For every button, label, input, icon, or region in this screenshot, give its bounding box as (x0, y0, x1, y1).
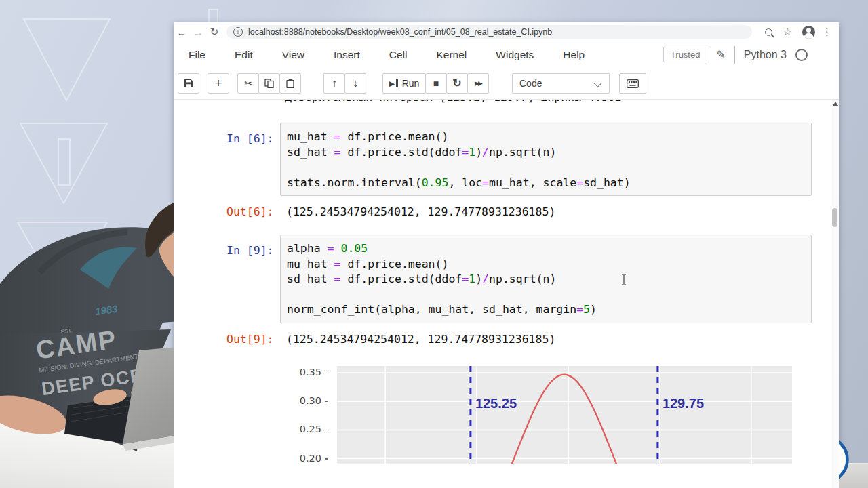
add-cell-button[interactable]: + (208, 73, 229, 94)
code-token: = (328, 242, 334, 255)
restart-icon: ↻ (452, 78, 461, 89)
code-token: 5 (583, 303, 590, 316)
y-tick-label: 0.35 (298, 367, 328, 378)
plus-icon: + (215, 77, 222, 89)
code-token: mu_hat (287, 258, 334, 270)
menu-kernel[interactable]: Kernel (437, 49, 467, 61)
code-token: ) (475, 146, 482, 159)
save-button[interactable] (178, 73, 199, 94)
output-plot: 0.350.300.250.20 125.25129.75 (298, 366, 800, 468)
code-line: sd_hat = df.price.std(ddof=1)/np.sqrt(n) (287, 145, 811, 161)
clipped-output-line: Доверительный интервал [125.2, 129.7] ши… (285, 99, 622, 106)
run-button[interactable]: ▶ Run (382, 73, 426, 94)
scrollbar-track[interactable] (831, 99, 839, 488)
menu-edit[interactable]: Edit (235, 49, 253, 61)
menu-widgets[interactable]: Widgets (496, 49, 534, 61)
ci-bound-label: 129.75 (663, 396, 704, 411)
paste-icon (285, 79, 295, 88)
y-tick-label: 0.25 (298, 424, 328, 434)
code-token: = (334, 130, 341, 143)
code-line (287, 287, 811, 303)
code-token (334, 242, 341, 255)
arrow-down-icon: ↓ (353, 78, 358, 89)
cell-input-prompt: In [9]: (226, 243, 274, 259)
notebook-content[interactable]: Доверительный интервал [125.2, 129.7] ши… (174, 99, 839, 488)
code-line (287, 160, 811, 176)
fast-forward-icon: ▶▶ (475, 80, 481, 87)
cell-input-prompt: In [6]: (226, 131, 274, 147)
paste-cell-button[interactable] (279, 73, 301, 94)
code-token: ) (590, 303, 597, 316)
scrollbar-thumb[interactable] (832, 208, 837, 227)
back-icon[interactable]: ← (174, 26, 190, 38)
menu-file[interactable]: File (189, 49, 205, 61)
code-token: = (334, 272, 341, 285)
restart-kernel-button[interactable]: ↻ (446, 73, 468, 94)
browser-window: ← → ↻ i localhost:8888/notebooks/Desktop… (174, 22, 839, 488)
code-token: df.price.mean() (340, 130, 448, 143)
command-palette-button[interactable] (619, 73, 646, 94)
code-token: stats.norm.interval( (287, 176, 422, 189)
code-token: np.sqrt(n) (489, 146, 556, 159)
code-token: norm_conf_int(alpha, mu_hat, sd_hat, mar… (287, 303, 576, 316)
code-token: = (576, 303, 583, 316)
reload-icon[interactable]: ↻ (206, 26, 222, 38)
code-token: 1 (469, 146, 475, 159)
y-tick-label: 0.30 (298, 395, 328, 406)
keyboard-icon (627, 79, 639, 88)
address-bar[interactable]: i localhost:8888/notebooks/Desktop/week0… (226, 25, 752, 39)
cell-output-text: (125.24534794254012, 129.74778931236185) (286, 205, 555, 220)
ci-bound-label: 125.25 (475, 396, 517, 411)
restart-run-all-button[interactable]: ▶▶ (467, 73, 489, 94)
arrow-up-icon: ↑ (332, 78, 337, 89)
cut-cell-button[interactable]: ✂ (237, 73, 259, 94)
code-token: sd_hat (287, 272, 334, 285)
menu-help[interactable]: Help (563, 49, 585, 61)
menu-cell[interactable]: Cell (389, 49, 408, 61)
browser-menu-icon[interactable]: ⋮ (822, 26, 832, 38)
y-tick-label: 0.20 (298, 453, 328, 464)
chevron-down-icon (593, 79, 602, 87)
notebook-toolbar: + ✂ ↑ ↓ ▶ Run ■ ↻ ▶▶ (174, 68, 839, 100)
code-token: = (334, 146, 341, 159)
interrupt-kernel-button[interactable]: ■ (425, 73, 447, 94)
code-token: , loc (448, 176, 482, 189)
move-cell-up-button[interactable]: ↑ (323, 73, 345, 94)
edit-mode-pencil-icon: ✎ (716, 48, 725, 61)
move-cell-down-button[interactable]: ↓ (344, 73, 366, 94)
code-cell[interactable]: alpha = 0.05mu_hat = df.price.mean()sd_h… (280, 235, 812, 323)
url-text[interactable]: localhost:8888/notebooks/Desktop/week08_… (248, 27, 552, 37)
code-token: = (576, 176, 583, 189)
code-token: / (482, 146, 489, 159)
code-cell[interactable]: mu_hat = df.price.mean()sd_hat = df.pric… (280, 123, 812, 196)
run-bar-icon (396, 79, 398, 87)
menu-view[interactable]: View (282, 49, 304, 61)
kernel-status-icon (795, 49, 808, 61)
plot-canvas: 125.25129.75 (337, 366, 792, 464)
cell-type-select[interactable]: Code (512, 73, 610, 94)
plot-background (337, 366, 792, 464)
save-icon (184, 79, 193, 88)
code-token: = (334, 258, 341, 270)
code-token: / (482, 272, 489, 285)
menu-insert[interactable]: Insert (334, 49, 360, 61)
code-token: = (462, 146, 469, 159)
code-token: 1 (469, 272, 475, 285)
scissors-icon: ✂ (244, 79, 252, 88)
code-token: sd_hat (287, 146, 334, 159)
page-info-icon[interactable]: i (233, 27, 243, 37)
code-token: = (482, 176, 489, 189)
bookmark-star-icon[interactable]: ☆ (783, 26, 792, 38)
code-token: df.price.std(ddof (340, 272, 462, 285)
cell-output-prompt: Out[6]: (226, 205, 274, 220)
scrollbar-up-arrow[interactable] (833, 102, 838, 106)
notebook-menubar: FileEditViewInsertCellKernelWidgetsHelp … (174, 41, 839, 68)
trusted-badge: Trusted (663, 47, 708, 62)
stop-icon: ■ (433, 79, 439, 88)
cell-output-prompt: Out[9]: (226, 332, 274, 348)
profile-avatar[interactable] (802, 26, 815, 39)
code-token: np.sqrt(n) (489, 272, 556, 285)
forward-icon[interactable]: → (190, 26, 206, 38)
copy-cell-button[interactable] (258, 73, 280, 94)
zoom-icon[interactable] (765, 28, 772, 36)
